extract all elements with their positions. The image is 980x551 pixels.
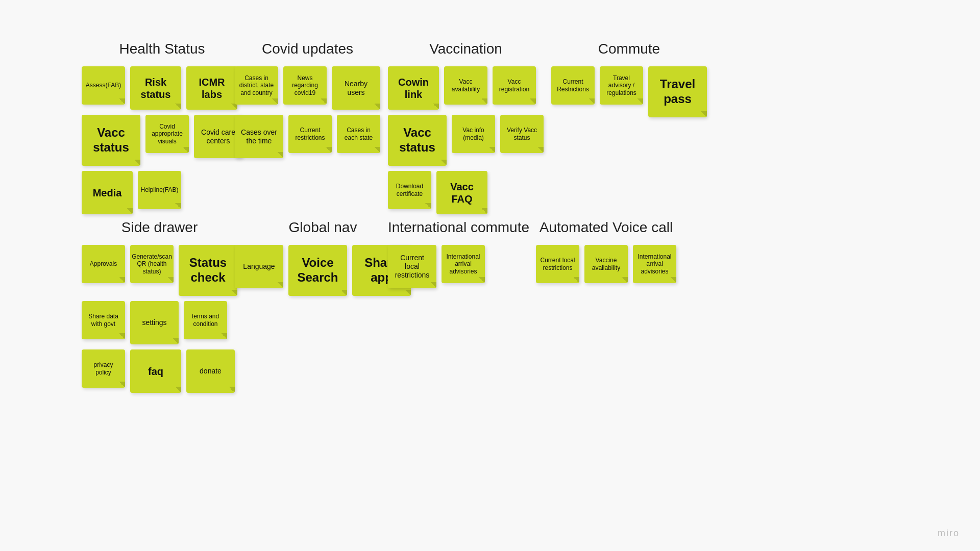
sticky-covid-updates-0-0[interactable]: Cases in district, state and country — [235, 66, 278, 105]
sticky-covid-updates-1-2[interactable]: Cases in each state — [337, 115, 380, 153]
sticky-grid-side-drawer: ApprovalsGenerate/scan QR (health status… — [82, 245, 237, 393]
sticky-vaccination-2-0[interactable]: Download certificate — [388, 171, 431, 209]
sticky-row-side-drawer-2: privacy policyfaqdonate — [82, 349, 237, 393]
sticky-global-nav-0-0[interactable]: Language — [235, 245, 283, 288]
sticky-automated-voice-call-0-1[interactable]: Vaccine availability — [584, 245, 628, 283]
sticky-global-nav-0-1[interactable]: Voice Search — [288, 245, 347, 296]
sticky-row-vaccination-2: Download certificateVacc FAQ — [388, 171, 544, 214]
sticky-row-vaccination-0: Cowin linkVacc availabilityVacc registra… — [388, 66, 544, 110]
sticky-side-drawer-2-1[interactable]: faq — [130, 349, 181, 393]
sticky-row-global-nav-0: LanguageVoice SearchShare app — [235, 245, 411, 296]
sticky-vaccination-1-1[interactable]: Vac info (media) — [452, 115, 495, 153]
sticky-row-international-commute-0: Current local restrictionsInternational … — [388, 245, 485, 288]
sticky-side-drawer-1-0[interactable]: Share data with govt — [82, 301, 125, 339]
sticky-side-drawer-1-2[interactable]: terms and condition — [184, 301, 227, 339]
sticky-row-health-status-0: Assess(FAB)Risk statusICMR labs — [82, 66, 242, 110]
section-title-health-status: Health Status — [82, 41, 242, 57]
sticky-row-automated-voice-call-0: Current local restrictionsVaccine availa… — [536, 245, 676, 283]
sticky-side-drawer-0-1[interactable]: Generate/scan QR (health status) — [130, 245, 174, 283]
section-commute: CommuteCurrent RestrictionsTravel adviso… — [551, 41, 707, 117]
section-title-vaccination: Vaccination — [388, 41, 544, 57]
sticky-health-status-0-2[interactable]: ICMR labs — [186, 66, 237, 110]
sticky-covid-updates-0-2[interactable]: Nearby users — [332, 66, 380, 110]
sticky-row-covid-updates-1: Cases over the timeCurrent restrictionsC… — [235, 115, 380, 158]
sticky-grid-global-nav: LanguageVoice SearchShare app — [235, 245, 411, 296]
miro-watermark: miro — [938, 528, 960, 539]
sticky-vaccination-2-1[interactable]: Vacc FAQ — [436, 171, 487, 214]
sticky-health-status-2-1[interactable]: Helpline(FAB) — [138, 171, 181, 209]
sticky-health-status-0-1[interactable]: Risk status — [130, 66, 181, 110]
sticky-grid-vaccination: Cowin linkVacc availabilityVacc registra… — [388, 66, 544, 214]
sticky-row-health-status-2: MediaHelpline(FAB) — [82, 171, 242, 214]
section-side-drawer: Side drawerApprovalsGenerate/scan QR (he… — [82, 219, 237, 393]
section-title-international-commute: International commute — [388, 219, 529, 236]
section-title-commute: Commute — [551, 41, 707, 57]
section-title-global-nav: Global nav — [235, 219, 411, 236]
sticky-row-side-drawer-1: Share data with govtsettingsterms and co… — [82, 301, 237, 344]
sticky-international-commute-0-0[interactable]: Current local restrictions — [388, 245, 436, 288]
sticky-side-drawer-2-0[interactable]: privacy policy — [82, 349, 125, 388]
sticky-commute-0-2[interactable]: Travel pass — [648, 66, 707, 117]
section-global-nav: Global navLanguageVoice SearchShare app — [235, 219, 411, 296]
sticky-row-side-drawer-0: ApprovalsGenerate/scan QR (health status… — [82, 245, 237, 296]
sticky-covid-updates-0-1[interactable]: News regarding covid19 — [283, 66, 327, 105]
sticky-grid-covid-updates: Cases in district, state and countryNews… — [235, 66, 380, 158]
sticky-row-covid-updates-0: Cases in district, state and countryNews… — [235, 66, 380, 110]
sticky-side-drawer-0-2[interactable]: Status check — [179, 245, 237, 296]
sticky-grid-commute: Current RestrictionsTravel advisory / re… — [551, 66, 707, 117]
sticky-row-vaccination-1: Vacc statusVac info (media)Verify Vacc s… — [388, 115, 544, 166]
sticky-side-drawer-0-0[interactable]: Approvals — [82, 245, 125, 283]
sticky-vaccination-0-0[interactable]: Cowin link — [388, 66, 439, 110]
canvas: Health StatusAssess(FAB)Risk statusICMR … — [0, 0, 980, 551]
sticky-health-status-2-0[interactable]: Media — [82, 171, 133, 214]
sticky-automated-voice-call-0-2[interactable]: International arrival advisories — [633, 245, 676, 283]
sticky-vaccination-1-0[interactable]: Vacc status — [388, 115, 447, 166]
sticky-covid-updates-1-0[interactable]: Cases over the time — [235, 115, 283, 158]
sticky-commute-0-1[interactable]: Travel advisory / regulations — [600, 66, 643, 105]
sticky-grid-health-status: Assess(FAB)Risk statusICMR labsVacc stat… — [82, 66, 242, 214]
sticky-vaccination-0-2[interactable]: Vacc registration — [493, 66, 536, 105]
section-health-status: Health StatusAssess(FAB)Risk statusICMR … — [82, 41, 242, 214]
sticky-health-status-1-1[interactable]: Covid appropriate visuals — [145, 115, 189, 153]
section-international-commute: International commuteCurrent local restr… — [388, 219, 529, 288]
sticky-covid-updates-1-1[interactable]: Current restrictions — [288, 115, 332, 153]
section-title-covid-updates: Covid updates — [235, 41, 380, 57]
section-vaccination: VaccinationCowin linkVacc availabilityVa… — [388, 41, 544, 214]
section-title-automated-voice-call: Automated Voice call — [536, 219, 676, 236]
sticky-commute-0-0[interactable]: Current Restrictions — [551, 66, 595, 105]
sticky-vaccination-1-2[interactable]: Verify Vacc status — [500, 115, 544, 153]
sticky-health-status-0-0[interactable]: Assess(FAB) — [82, 66, 125, 105]
sticky-side-drawer-2-2[interactable]: donate — [186, 349, 235, 393]
sticky-grid-automated-voice-call: Current local restrictionsVaccine availa… — [536, 245, 676, 283]
sticky-health-status-1-0[interactable]: Vacc status — [82, 115, 140, 166]
sticky-side-drawer-1-1[interactable]: settings — [130, 301, 179, 344]
sticky-vaccination-0-1[interactable]: Vacc availability — [444, 66, 487, 105]
sticky-grid-international-commute: Current local restrictionsInternational … — [388, 245, 485, 288]
section-automated-voice-call: Automated Voice callCurrent local restri… — [536, 219, 676, 283]
sticky-international-commute-0-1[interactable]: International arrival advisories — [442, 245, 485, 283]
section-title-side-drawer: Side drawer — [82, 219, 237, 236]
sticky-row-health-status-1: Vacc statusCovid appropriate visualsCovi… — [82, 115, 242, 166]
sticky-automated-voice-call-0-0[interactable]: Current local restrictions — [536, 245, 579, 283]
sticky-row-commute-0: Current RestrictionsTravel advisory / re… — [551, 66, 707, 117]
section-covid-updates: Covid updatesCases in district, state an… — [235, 41, 380, 158]
